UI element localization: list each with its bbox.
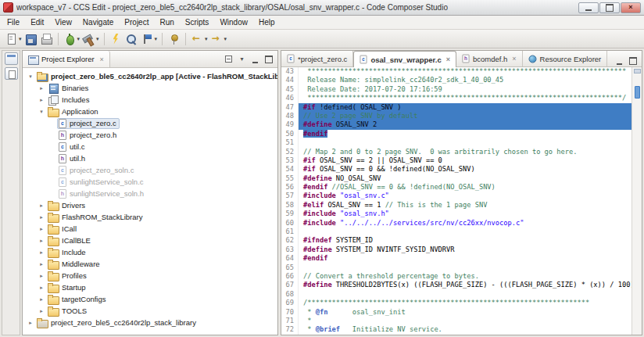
expand-arrow-icon[interactable]: ▸ bbox=[37, 308, 46, 314]
new-file-button[interactable]: ▾ bbox=[4, 32, 23, 46]
view-menu-icon[interactable] bbox=[236, 53, 248, 65]
code-line-72[interactable]: 72 * @brief Initialize NV service. bbox=[281, 325, 631, 334]
line-number[interactable]: 43 bbox=[281, 67, 299, 76]
dropdown-arrow-icon[interactable]: ▾ bbox=[19, 36, 22, 42]
code-line-60[interactable]: 60#include "../../../../services/src/nv/… bbox=[281, 219, 631, 228]
line-number[interactable]: 66 bbox=[281, 272, 299, 281]
expand-arrow-icon[interactable]: ▸ bbox=[37, 238, 46, 244]
tree-item-project-zero-h[interactable]: hproject_zero.h bbox=[23, 129, 277, 141]
line-number[interactable]: 67 bbox=[281, 281, 299, 289]
project-explorer-tab[interactable]: Project Explorer × bbox=[23, 51, 110, 67]
dropdown-arrow-icon[interactable]: ▾ bbox=[77, 36, 80, 42]
expand-arrow-icon[interactable]: ▸ bbox=[37, 214, 46, 220]
expand-arrow-icon[interactable]: ▸ bbox=[37, 249, 46, 256]
line-number[interactable]: 54 bbox=[281, 165, 299, 174]
expand-arrow-icon[interactable]: ▸ bbox=[37, 203, 46, 209]
tree-item-binaries[interactable]: ▸Binaries bbox=[23, 82, 277, 94]
flash-program-button[interactable] bbox=[109, 32, 123, 46]
code-line-63[interactable]: 63#define SYSTEM_ID NVINTF_SYSID_NVDRVR bbox=[281, 246, 631, 254]
tree-item-drivers[interactable]: ▸Drivers bbox=[23, 199, 277, 211]
expand-arrow-icon[interactable]: ▸ bbox=[37, 226, 46, 232]
line-number[interactable]: 49 bbox=[281, 120, 299, 129]
tree-item-icallble[interactable]: ▸ICallBLE bbox=[23, 235, 277, 246]
tree-item-include[interactable]: ▸Include bbox=[23, 246, 277, 258]
tree-item-flashrom-stacklibrary[interactable]: ▸FlashROM_StackLibrary bbox=[23, 211, 277, 223]
line-number[interactable]: 70 bbox=[281, 308, 299, 317]
code-line-64[interactable]: 64#endif bbox=[281, 254, 631, 263]
editor-tab-project-zero-c[interactable]: c*project_zero.c bbox=[281, 51, 353, 66]
minimize-view-icon[interactable] bbox=[614, 55, 625, 66]
expand-arrow-icon[interactable]: ▸ bbox=[37, 85, 46, 91]
menu-navigate[interactable]: Navigate bbox=[77, 16, 119, 28]
code-line-46[interactable]: 46 *************************************… bbox=[281, 94, 631, 102]
line-number[interactable]: 72 bbox=[281, 325, 299, 334]
dropdown-arrow-icon[interactable]: ▾ bbox=[205, 36, 208, 42]
editor-tab-osal-snv-wrapper-c[interactable]: cosal_snv_wrapper.c× bbox=[353, 51, 456, 67]
tree-item-sunlightservice-soln-c[interactable]: csunlightService_soln.c bbox=[23, 176, 277, 188]
editor-tab-resource-explorer[interactable]: Resource Explorer bbox=[523, 51, 608, 66]
tree-item-util-h[interactable]: hutil.h bbox=[23, 152, 277, 164]
code-line-61[interactable]: 61 bbox=[281, 228, 631, 236]
line-number[interactable]: 55 bbox=[281, 174, 299, 183]
collapse-all-icon[interactable] bbox=[223, 53, 234, 65]
minimize-icon[interactable] bbox=[249, 53, 261, 65]
close-tab-icon[interactable]: × bbox=[446, 56, 450, 63]
code-line-50[interactable]: 50#endif bbox=[281, 130, 631, 138]
code-line-55[interactable]: 55#define NO_OSAL_SNV bbox=[281, 174, 631, 183]
line-number[interactable]: 51 bbox=[281, 138, 299, 147]
code-line-67[interactable]: 67#define THRESHOLD2BYTES(x) ((FLASH_PAG… bbox=[281, 281, 631, 289]
code-line-57[interactable]: 57#include "osal_snv.c" bbox=[281, 192, 631, 200]
line-number[interactable]: 46 bbox=[281, 94, 299, 102]
line-number[interactable]: 60 bbox=[281, 219, 299, 228]
code-line-70[interactable]: 70 * @fn osal_snv_init bbox=[281, 308, 631, 317]
maximize-view-icon[interactable] bbox=[627, 55, 639, 66]
flag-button[interactable]: ▾ bbox=[140, 32, 159, 46]
build-button[interactable]: ▾ bbox=[81, 32, 100, 46]
code-line-49[interactable]: 49#define OSAL_SNV 2 bbox=[281, 120, 631, 129]
line-number[interactable]: 50 bbox=[281, 130, 299, 138]
code-line-53[interactable]: 53#if OSAL_SNV == 2 || OSAL_SNV == 0 bbox=[281, 156, 631, 165]
line-number[interactable]: 47 bbox=[281, 103, 299, 112]
code-line-52[interactable]: 52// Map 2 and 0 to 2 page SNV. 0 was ar… bbox=[281, 148, 631, 156]
menu-scripts[interactable]: Scripts bbox=[180, 16, 215, 28]
line-number[interactable]: 58 bbox=[281, 201, 299, 210]
tree-item-util-c[interactable]: cutil.c bbox=[23, 141, 277, 152]
line-number[interactable]: 61 bbox=[281, 228, 299, 236]
print-button[interactable] bbox=[39, 32, 54, 46]
code-line-71[interactable]: 71 * bbox=[281, 317, 631, 325]
tree-item-project-zero-ble5-cc2640r2lp-stack-library[interactable]: ▸project_zero_ble5_cc2640r2lp_stack_libr… bbox=[23, 317, 277, 328]
tree-item-project-zero-soln-c[interactable]: cproject_zero_soln.c bbox=[23, 164, 277, 176]
line-number[interactable]: 68 bbox=[281, 290, 299, 299]
dropdown-arrow-icon[interactable]: ▾ bbox=[96, 36, 99, 42]
overview-ruler[interactable] bbox=[631, 67, 642, 335]
line-number[interactable]: 52 bbox=[281, 148, 299, 156]
expand-arrow-icon[interactable]: ▸ bbox=[37, 97, 46, 103]
maximize-icon[interactable] bbox=[263, 53, 274, 65]
code-line-58[interactable]: 58#elif OSAL_SNV == 1 // This is the 1 p… bbox=[281, 201, 631, 210]
dropdown-arrow-icon[interactable]: ▾ bbox=[224, 36, 227, 42]
menu-file[interactable]: File bbox=[2, 16, 25, 28]
editor-tab-bcomdef-h[interactable]: hbcomdef.h× bbox=[456, 51, 523, 66]
code-line-47[interactable]: 47#if !defined( OSAL_SNV ) bbox=[281, 103, 631, 112]
menu-run[interactable]: Run bbox=[154, 16, 179, 28]
line-number[interactable]: 64 bbox=[281, 254, 299, 263]
back-button[interactable]: ▾ bbox=[190, 32, 209, 46]
tree-item-project-zero-c[interactable]: cproject_zero.c bbox=[23, 117, 277, 129]
code-line-43[interactable]: 43 *************************************… bbox=[281, 67, 631, 76]
line-number[interactable]: 63 bbox=[281, 246, 299, 254]
line-number[interactable]: 48 bbox=[281, 112, 299, 120]
close-tab-icon[interactable]: × bbox=[512, 55, 516, 63]
code-line-48[interactable]: 48// Use 2 page SNV by default bbox=[281, 112, 631, 120]
window-maximize-button[interactable] bbox=[599, 2, 620, 13]
menu-help[interactable]: Help bbox=[253, 16, 281, 28]
line-number[interactable]: 53 bbox=[281, 156, 299, 165]
line-number[interactable]: 71 bbox=[281, 317, 299, 325]
menu-edit[interactable]: Edit bbox=[25, 16, 49, 28]
code-line-69[interactable]: 69/*************************************… bbox=[281, 299, 631, 307]
close-view-icon[interactable]: × bbox=[100, 56, 104, 63]
expand-arrow-icon[interactable]: ▸ bbox=[26, 320, 35, 326]
expand-arrow-icon[interactable]: ▸ bbox=[37, 296, 46, 303]
annotation-toggle-icon[interactable] bbox=[634, 69, 641, 73]
tree-item-includes[interactable]: ▸Includes bbox=[23, 94, 277, 106]
menu-window[interactable]: Window bbox=[214, 16, 253, 28]
